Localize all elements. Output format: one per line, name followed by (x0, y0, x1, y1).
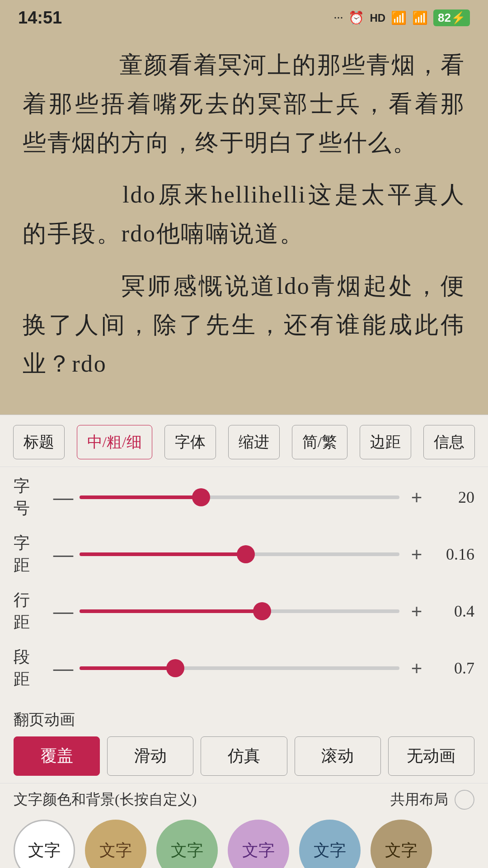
paraspace-thumb[interactable] (166, 659, 184, 677)
paragraph-3: 冥师感慨说道ldo青烟起处，便换了人间，除了先生，还有谁能成此伟业？rdo (23, 267, 465, 383)
fontsize-thumb[interactable] (192, 488, 210, 506)
color-label: 文字颜色和背景(长按自定义) (14, 790, 197, 810)
paragraph-1: 童颜看着冥河上的那些青烟，看着那些捂着嘴死去的冥部士兵，看着那些青烟的方向，终于… (23, 46, 465, 162)
fontsize-value: 20 (434, 488, 474, 507)
signal-bars-icon: 📶 (391, 10, 407, 25)
color-section-header: 文字颜色和背景(长按自定义) 共用布局 (14, 790, 474, 810)
reading-area: 童颜看着冥河上的那些青烟，看着那些捂着嘴死去的冥部士兵，看着那些青烟的方向，终于… (0, 32, 488, 415)
lineheight-minus-btn[interactable]: — (53, 600, 71, 623)
toolbar-btn-indent[interactable]: 缩进 (228, 425, 280, 459)
toolbar-btn-title[interactable]: 标题 (13, 425, 65, 459)
anim-label: 翻页动画 (14, 709, 474, 730)
letterspacing-fill (80, 552, 246, 556)
letterspacing-label: 字距 (14, 532, 45, 576)
lineheight-value: 0.4 (434, 602, 474, 621)
wifi-icon: 📶 (412, 10, 428, 25)
fontsize-minus-btn[interactable]: — (53, 486, 71, 509)
swatch-purple-label: 文字 (242, 840, 275, 862)
alarm-icon: ⏰ (348, 10, 364, 25)
swatch-blue-label: 文字 (314, 840, 346, 862)
color-swatch-blue[interactable]: 文字 (299, 820, 361, 868)
fontsize-label: 字号 (14, 475, 45, 519)
paraspace-track[interactable] (80, 666, 399, 670)
anim-buttons: 覆盖 滑动 仿真 滚动 无动画 (14, 736, 474, 776)
anim-btn-none[interactable]: 无动画 (388, 736, 474, 776)
status-bar: 14:51 ··· ⏰ HD 📶 📶 82 ⚡ (0, 0, 488, 32)
paraspace-minus-btn[interactable]: — (53, 657, 71, 680)
paraspace-fill (80, 666, 175, 670)
anim-btn-cover[interactable]: 覆盖 (14, 736, 100, 776)
lineheight-track[interactable] (80, 609, 399, 613)
lineheight-fill (80, 609, 262, 613)
paraspace-label: 段距 (14, 646, 45, 690)
toolbar-btn-font[interactable]: 字体 (164, 425, 216, 459)
anim-btn-slide[interactable]: 滑动 (107, 736, 193, 776)
letterspacing-track[interactable] (80, 552, 399, 556)
toolbar-btn-simp-trad[interactable]: 简/繁 (292, 425, 347, 459)
toolbar-btn-size[interactable]: 中/粗/细 (77, 425, 152, 459)
lineheight-thumb[interactable] (253, 602, 271, 620)
swatch-dark-tan-label: 文字 (385, 840, 418, 862)
swatch-green-label: 文字 (171, 840, 203, 862)
toolbar-btn-info[interactable]: 信息 (423, 425, 475, 459)
letterspacing-thumb[interactable] (237, 545, 255, 563)
controls-panel: 标题 中/粗/细 字体 缩进 简/繁 边距 信息 字号 — + 20 字距 — (0, 415, 488, 868)
signal-dots-icon: ··· (333, 11, 343, 25)
paraspace-plus-btn[interactable]: + (408, 657, 426, 680)
color-swatch-dark-tan[interactable]: 文字 (371, 820, 432, 868)
status-icons: ··· ⏰ HD 📶 📶 82 ⚡ (333, 9, 470, 26)
battery-indicator: 82 ⚡ (433, 9, 470, 26)
letterspacing-minus-btn[interactable]: — (53, 543, 71, 566)
anim-section: 翻页动画 覆盖 滑动 仿真 滚动 无动画 (0, 708, 488, 783)
lineheight-slider-row: 行距 — + 0.4 (14, 589, 474, 633)
shared-layout-label: 共用布局 (390, 790, 448, 810)
anim-btn-real[interactable]: 仿真 (201, 736, 287, 776)
letterspacing-plus-btn[interactable]: + (408, 543, 426, 566)
swatch-tan-label: 文字 (99, 840, 132, 862)
color-swatch-purple[interactable]: 文字 (228, 820, 289, 868)
hd-icon: HD (370, 12, 385, 24)
fontsize-fill (80, 495, 201, 499)
swatch-white-label: 文字 (28, 840, 61, 862)
paragraph-2: ldo原来hellihelli这是太平真人的手段。rdo他喃喃说道。 (23, 175, 465, 253)
lineheight-label: 行距 (14, 589, 45, 633)
fontsize-track[interactable] (80, 495, 399, 499)
lineheight-plus-btn[interactable]: + (408, 600, 426, 623)
color-swatch-tan[interactable]: 文字 (85, 820, 146, 868)
shared-layout: 共用布局 (390, 790, 474, 810)
color-swatch-green[interactable]: 文字 (156, 820, 218, 868)
anim-btn-scroll[interactable]: 滚动 (295, 736, 381, 776)
letterspacing-slider-row: 字距 — + 0.16 (14, 532, 474, 576)
letterspacing-value: 0.16 (434, 545, 474, 564)
sliders-section: 字号 — + 20 字距 — + 0.16 行距 — (0, 467, 488, 708)
toolbar-btn-margin[interactable]: 边距 (360, 425, 411, 459)
color-swatches: 文字 文字 文字 文字 文字 文字 (14, 820, 474, 868)
color-swatch-white[interactable]: 文字 (14, 820, 75, 868)
color-section: 文字颜色和背景(长按自定义) 共用布局 文字 文字 文字 文字 文字 (0, 783, 488, 868)
paraspace-value: 0.7 (434, 659, 474, 678)
fontsize-plus-btn[interactable]: + (408, 486, 426, 509)
fontsize-slider-row: 字号 — + 20 (14, 475, 474, 519)
shared-layout-toggle[interactable] (455, 790, 474, 810)
paraspace-slider-row: 段距 — + 0.7 (14, 646, 474, 690)
toolbar-row: 标题 中/粗/细 字体 缩进 简/繁 边距 信息 (0, 415, 488, 467)
status-time: 14:51 (18, 8, 62, 28)
